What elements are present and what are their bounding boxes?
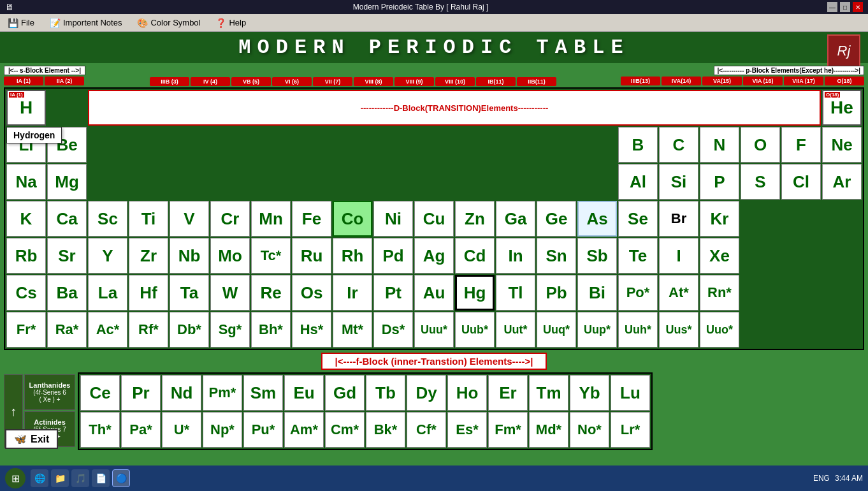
element-Te[interactable]: Te <box>618 238 658 274</box>
element-F[interactable]: F <box>781 127 821 163</box>
element-Pu[interactable]: Pu* <box>243 412 283 448</box>
element-Hf[interactable]: Hf <box>129 275 168 311</box>
element-Tc[interactable]: Tc* <box>251 238 291 274</box>
element-Bh[interactable]: Bh* <box>251 312 291 348</box>
element-Am[interactable]: Am* <box>284 412 324 448</box>
element-Pt[interactable]: Pt <box>373 275 413 311</box>
element-Sn[interactable]: Sn <box>537 238 576 274</box>
element-Co[interactable]: Co <box>333 201 372 237</box>
element-Pb[interactable]: Pb <box>537 275 576 311</box>
minimize-button[interactable]: — <box>827 2 837 12</box>
element-Tb[interactable]: Tb <box>366 375 405 411</box>
element-Ti[interactable]: Ti <box>129 201 168 237</box>
element-B[interactable]: B <box>618 127 658 163</box>
media-icon[interactable]: 🎵 <box>71 469 89 487</box>
element-W[interactable]: W <box>210 275 250 311</box>
element-In[interactable]: In <box>496 238 535 274</box>
element-Y[interactable]: Y <box>88 238 127 274</box>
element-C[interactable]: C <box>659 127 698 163</box>
element-Gd[interactable]: Gd <box>325 375 365 411</box>
element-Lr[interactable]: Lr* <box>611 412 650 448</box>
element-S[interactable]: S <box>741 164 780 200</box>
element-Sb[interactable]: Sb <box>577 238 617 274</box>
element-Ar[interactable]: Ar <box>822 164 862 200</box>
element-Ho[interactable]: Ho <box>447 375 487 411</box>
element-Uuu[interactable]: Uuu* <box>414 312 454 348</box>
element-Np[interactable]: Np* <box>203 412 242 448</box>
element-Ac[interactable]: Ac* <box>88 312 127 348</box>
app-icon-2[interactable]: 🔵 <box>112 469 130 487</box>
menu-file[interactable]: 💾 File <box>3 17 40 29</box>
element-Tm[interactable]: Tm <box>529 375 568 411</box>
element-Ni[interactable]: Ni <box>373 201 413 237</box>
element-La[interactable]: La <box>88 275 127 311</box>
exit-button[interactable]: 🦋 Exit <box>5 429 58 449</box>
element-Db[interactable]: Db* <box>170 312 209 348</box>
element-Eu[interactable]: Eu <box>284 375 324 411</box>
element-Ba[interactable]: Ba <box>47 275 87 311</box>
element-Ca[interactable]: Ca <box>47 201 87 237</box>
menu-color-symbol[interactable]: 🎨 Color Symbol <box>132 17 205 29</box>
element-Tl[interactable]: Tl <box>496 275 535 311</box>
element-Br[interactable]: Br <box>659 201 698 237</box>
folder-icon[interactable]: 📁 <box>51 469 69 487</box>
element-Si[interactable]: Si <box>659 164 698 200</box>
element-Hg[interactable]: Hg <box>455 275 495 311</box>
element-Rb[interactable]: Rb <box>6 238 46 274</box>
element-No[interactable]: No* <box>570 412 609 448</box>
maximize-button[interactable]: □ <box>840 2 850 12</box>
element-Na[interactable]: Na <box>6 164 46 200</box>
element-Bi[interactable]: Bi <box>577 275 617 311</box>
element-Uuo[interactable]: Uuo* <box>700 312 739 348</box>
element-Po[interactable]: Po* <box>618 275 658 311</box>
element-O[interactable]: O <box>741 127 780 163</box>
element-Se[interactable]: Se <box>618 201 658 237</box>
element-Au[interactable]: Au <box>414 275 454 311</box>
element-Pa[interactable]: Pa* <box>121 412 161 448</box>
element-I[interactable]: I <box>659 238 698 274</box>
element-Xe[interactable]: Xe <box>700 238 739 274</box>
element-Md[interactable]: Md* <box>529 412 568 448</box>
element-Re[interactable]: Re <box>251 275 291 311</box>
element-Ru[interactable]: Ru <box>292 238 331 274</box>
element-Es[interactable]: Es* <box>447 412 487 448</box>
element-Cf[interactable]: Cf* <box>407 412 446 448</box>
element-Hs[interactable]: Hs* <box>292 312 331 348</box>
element-As[interactable]: As <box>577 201 617 237</box>
element-H[interactable]: IA (1) H <box>6 90 46 126</box>
element-Uuq[interactable]: Uuq* <box>537 312 576 348</box>
element-Uup[interactable]: Uup* <box>577 312 617 348</box>
element-Pd[interactable]: Pd <box>373 238 413 274</box>
close-button[interactable]: ✕ <box>853 2 863 12</box>
element-Dy[interactable]: Dy <box>407 375 446 411</box>
element-Ag[interactable]: Ag <box>414 238 454 274</box>
element-N[interactable]: N <box>700 127 739 163</box>
element-Uut[interactable]: Uut* <box>496 312 535 348</box>
element-Uub[interactable]: Uub* <box>455 312 495 348</box>
element-Ne[interactable]: Ne <box>822 127 862 163</box>
element-Fm[interactable]: Fm* <box>488 412 528 448</box>
element-Uuh[interactable]: Uuh* <box>618 312 658 348</box>
element-Al[interactable]: Al <box>618 164 658 200</box>
element-Sr[interactable]: Sr <box>47 238 87 274</box>
element-Sg[interactable]: Sg* <box>210 312 250 348</box>
element-At[interactable]: At* <box>659 275 698 311</box>
element-Fr[interactable]: Fr* <box>6 312 46 348</box>
element-Ra[interactable]: Ra* <box>47 312 87 348</box>
element-Rf[interactable]: Rf* <box>129 312 168 348</box>
element-He[interactable]: O(18) He <box>822 90 862 126</box>
element-Ta[interactable]: Ta <box>170 275 209 311</box>
element-U[interactable]: U* <box>162 412 201 448</box>
element-Yb[interactable]: Yb <box>570 375 609 411</box>
element-Mn[interactable]: Mn <box>251 201 291 237</box>
menu-notes[interactable]: 📝 Importent Notes <box>45 17 127 29</box>
element-Ga[interactable]: Ga <box>496 201 535 237</box>
ie-icon[interactable]: 🌐 <box>31 469 48 487</box>
element-Mg[interactable]: Mg <box>47 164 87 200</box>
element-Ir[interactable]: Ir <box>333 275 372 311</box>
element-K[interactable]: K <box>6 201 46 237</box>
element-Mt[interactable]: Mt* <box>333 312 372 348</box>
element-Cs[interactable]: Cs <box>6 275 46 311</box>
element-Cd[interactable]: Cd <box>455 238 495 274</box>
element-Rh[interactable]: Rh <box>333 238 372 274</box>
